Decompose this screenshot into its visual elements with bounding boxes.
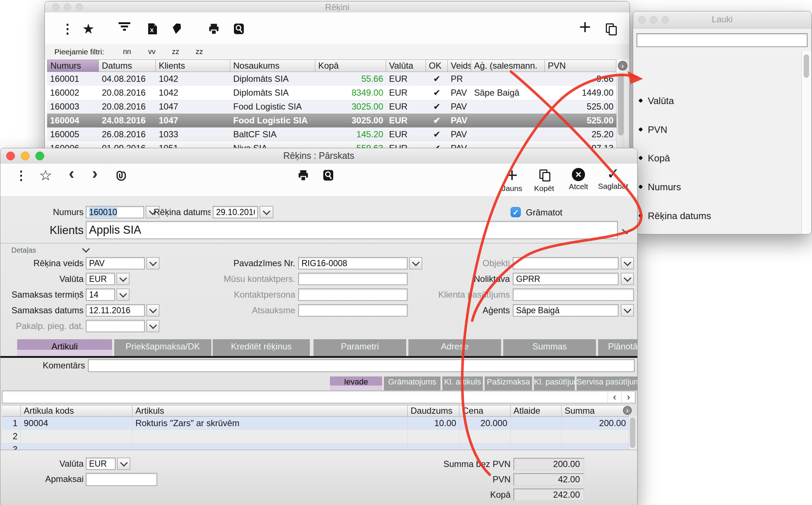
scrollbar-thumb[interactable]: [630, 417, 635, 448]
duplicate-icon[interactable]: [603, 21, 619, 37]
new-button[interactable]: + Jauns: [496, 166, 528, 193]
column-header-nosaukums[interactable]: Nosaukums: [230, 60, 315, 72]
table-row[interactable]: 16000526.08.2016 1033BaltCF SIA 145.20EU…: [47, 127, 616, 141]
next-record-icon[interactable]: ›: [87, 165, 103, 181]
more-columns-icon[interactable]: ›: [623, 406, 632, 415]
column-header-pvn[interactable]: PVN: [545, 60, 616, 72]
agents-input[interactable]: [513, 304, 619, 317]
objekti-input[interactable]: [513, 257, 619, 269]
column-header-valuta[interactable]: Valūta: [386, 60, 426, 72]
column-header-kopa[interactable]: Kopā: [315, 60, 386, 72]
tab-artikuli[interactable]: Artikuli: [17, 339, 112, 356]
subtab-pasizmaksa[interactable]: Pašizmaksa: [485, 376, 532, 390]
scroll-right-icon[interactable]: ›: [621, 391, 635, 402]
scroll-left-icon[interactable]: ‹: [608, 391, 621, 402]
valuta-dropdown[interactable]: [116, 273, 130, 285]
samaksas-datums-input[interactable]: [86, 304, 145, 317]
kebab-menu-icon[interactable]: ⋮: [13, 167, 29, 183]
rekina-datums-input[interactable]: [213, 206, 258, 218]
rekina-datums-dropdown[interactable]: [259, 206, 273, 218]
tab-planotas-izmaksas[interactable]: Plānotās izmaksas: [598, 339, 638, 356]
column-header-artikuls[interactable]: Artikuls: [132, 405, 408, 417]
pavadzimes-nr-input[interactable]: [298, 257, 408, 269]
samaksas-termins-input[interactable]: [86, 288, 115, 301]
scrollbar-thumb[interactable]: [618, 73, 624, 135]
items-scrollbar[interactable]: [629, 417, 636, 449]
footer-valuta-dropdown[interactable]: [117, 458, 130, 470]
kebab-menu-icon[interactable]: ⋮: [59, 21, 76, 37]
column-header-cena[interactable]: Cena: [459, 405, 511, 417]
table-row[interactable]: 16000104.08.2016 1042Diplomāts SIA 55.66…: [47, 72, 616, 86]
list-item[interactable]: Kopā: [638, 153, 807, 164]
new-record-icon[interactable]: +: [577, 19, 593, 35]
tag-icon[interactable]: [169, 21, 185, 37]
kontaktpersona-input[interactable]: [298, 288, 408, 301]
filter-chip[interactable]: zz: [172, 47, 179, 56]
valuta-input[interactable]: [86, 273, 115, 285]
fields-titlebar[interactable]: Lauki: [633, 11, 811, 28]
item-row[interactable]: 2: [2, 430, 629, 443]
tab-adrese[interactable]: Adrese: [408, 339, 501, 356]
column-header-ok[interactable]: OK: [426, 60, 448, 72]
rekina-veids-dropdown[interactable]: [146, 257, 159, 269]
subtab-servisa-pasutijums[interactable]: Servisa pasūtījums: [577, 376, 637, 390]
excel-export-icon[interactable]: X: [144, 21, 160, 37]
column-header-artikula-kods[interactable]: Artikula kods: [21, 405, 132, 417]
agents-dropdown[interactable]: [621, 304, 634, 317]
cancel-button[interactable]: × Atcelt: [562, 166, 595, 191]
pakalp-pieg-dat-dropdown[interactable]: [146, 320, 159, 332]
filter-chip[interactable]: vv: [148, 47, 155, 56]
favorite-star-outline-icon[interactable]: ☆: [38, 167, 54, 183]
numurs-input[interactable]: 160010: [86, 206, 144, 218]
samaksas-termins-dropdown[interactable]: [116, 288, 130, 301]
noliktava-dropdown[interactable]: [621, 273, 634, 285]
column-header-daudzums[interactable]: Daudzums: [408, 405, 459, 417]
copy-button[interactable]: Kopēt: [528, 166, 561, 193]
subtab-kl-artikuls[interactable]: Kl. artikuls: [442, 376, 483, 390]
rekina-veids-input[interactable]: [86, 257, 145, 269]
print-icon[interactable]: [295, 167, 311, 183]
save-button[interactable]: ✓ Saglabāt: [596, 166, 631, 191]
list-item[interactable]: Numurs: [638, 181, 807, 193]
detalas-collapse-icon[interactable]: [79, 244, 92, 255]
klients-input[interactable]: Applis SIA: [86, 221, 618, 239]
tab-summas[interactable]: Summas: [503, 339, 596, 356]
subtab-gramatojums[interactable]: Grāmatojums: [384, 376, 440, 390]
more-columns-icon[interactable]: ›: [618, 61, 627, 70]
invoice-list-titlebar[interactable]: Rēķini: [45, 1, 630, 13]
apmaksai-input[interactable]: [86, 473, 157, 486]
list-item[interactable]: Rēķina datums: [638, 210, 807, 222]
list-item[interactable]: PVN: [638, 124, 807, 135]
preview-search-icon[interactable]: [320, 167, 336, 183]
noliktava-input[interactable]: [513, 273, 619, 285]
favorite-star-icon[interactable]: ★: [80, 21, 96, 37]
field-search-input[interactable]: [636, 33, 808, 47]
column-header-veids[interactable]: Veids: [448, 60, 471, 72]
vertical-scrollbar[interactable]: [616, 72, 625, 155]
samaksas-datums-dropdown[interactable]: [146, 304, 159, 317]
objekti-dropdown[interactable]: [621, 257, 634, 269]
gramatot-checkbox[interactable]: ✓: [511, 207, 521, 217]
list-item[interactable]: Valūta: [638, 95, 807, 107]
table-row[interactable]: 16000320.08.2016 1047Food Logistic SIA 3…: [47, 100, 616, 114]
preview-search-icon[interactable]: [231, 21, 247, 37]
tab-prieksapmaksa[interactable]: Priekšapmaksa/DK: [114, 339, 211, 356]
tab-parametri[interactable]: Parametri: [313, 339, 406, 356]
komentars-input[interactable]: [88, 359, 635, 372]
column-header-agents[interactable]: Aģ. (salesmann.: [471, 60, 545, 72]
invoice-detail-titlebar[interactable]: Rēķins : Pārskats: [0, 148, 637, 164]
klients-dropdown-icon[interactable]: [619, 225, 634, 236]
column-header-summa[interactable]: Summa: [562, 405, 629, 417]
filter-chip[interactable]: zz: [196, 47, 203, 56]
musu-kontaktpers-input[interactable]: [298, 273, 408, 285]
row-edit-bar[interactable]: [2, 390, 636, 403]
filter-chip[interactable]: nn: [123, 47, 131, 56]
column-header-atlaide[interactable]: Atlaide: [511, 405, 562, 417]
previous-record-icon[interactable]: ‹: [64, 165, 80, 181]
attachment-paperclip-icon[interactable]: [113, 167, 129, 183]
klienta-pasutijums-input[interactable]: [513, 288, 634, 301]
vertical-scrollbar[interactable]: [801, 51, 811, 234]
table-row-selected[interactable]: 16000424.08.2016 1047Food Logistic SIA 3…: [47, 114, 616, 127]
subtab-ievade[interactable]: Ievade: [330, 376, 382, 390]
item-row[interactable]: 1 90004 Rokturis "Zars" ar skrūvēm 10.00…: [2, 417, 629, 430]
